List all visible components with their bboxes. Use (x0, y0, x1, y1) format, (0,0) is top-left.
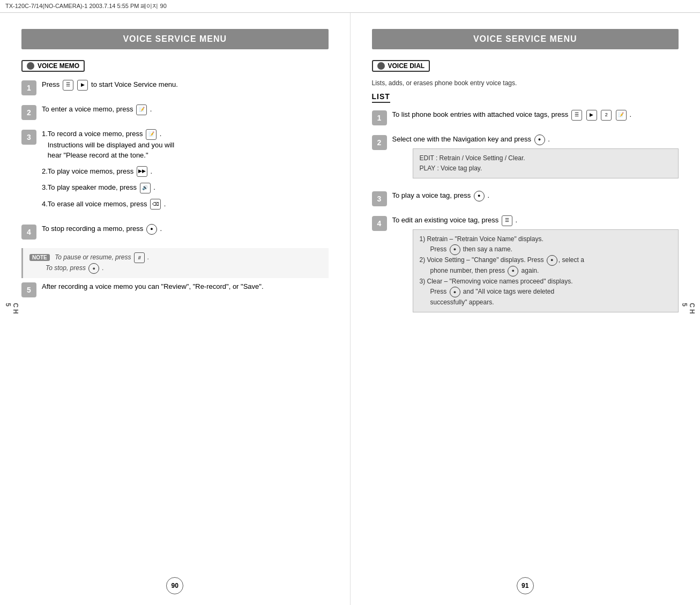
abc-icon-r1: 2 (601, 110, 612, 121)
stop-icon: ● (88, 263, 99, 274)
voice-dial-badge: VOICE DIAL (372, 60, 430, 72)
right-step-number-1: 1 (372, 110, 387, 125)
right-step-4: 4 To edit an existing voice tag, press ☰… (372, 215, 679, 316)
step-number-5: 5 (21, 282, 36, 297)
info-retrain-2: Press ● then say a name. (420, 245, 512, 253)
ok-icon-info4: ● (450, 287, 460, 297)
voice-memo-label: VOICE MEMO (38, 62, 79, 70)
right-step-1-content: To list phone book entries with attached… (392, 109, 679, 121)
speaker-icon: 🔊 (140, 183, 151, 193)
step-5-content: After recording a voice memo you can "Re… (42, 281, 329, 292)
info-retrain: 1) Retrain – "Retrain Voice Name" displa… (420, 235, 543, 243)
left-step-5: 5 After recording a voice memo you can "… (21, 281, 329, 297)
right-step-2-content: Select one with the Navigation key and p… (392, 134, 679, 182)
note-line-1: To pause or resume, press ⏸ . (55, 253, 149, 261)
step-1-content: Press ☰ ▶ to start Voice Service menu. (42, 79, 329, 91)
left-step-3: 3 1.To record a voice memo, press 📝 . In… (21, 129, 329, 215)
memo-icon-1: 📝 (136, 104, 147, 115)
info-box-4: 1) Retrain – "Retrain Voice Name" displa… (413, 229, 679, 313)
top-bar-text: TX-120C-7/14(NO-CAMERA)-1 2003.7.14 5:55… (5, 3, 167, 9)
right-step-4-content: To edit an existing voice tag, press ☰ .… (392, 215, 679, 316)
left-step-4: 4 To stop recording a memo, press ● . (21, 223, 329, 240)
info-line-edit: EDIT : Retrain / Voice Setting / Clear. (420, 154, 525, 162)
sub-step-3-1: 1.To record a voice memo, press 📝 . Inst… (42, 129, 329, 161)
play-icon: ▶▶ (137, 166, 147, 177)
left-step-2: 2 To enter a voice memo, press 📝 . (21, 104, 329, 120)
info-clear-2: Press ● and "All voice tags were deleted (420, 288, 555, 295)
left-page: CH5 VOICE SERVICE MENU VOICE MEMO 1 Pres… (0, 13, 351, 605)
info-box-2: EDIT : Retrain / Voice Setting / Clear. … (413, 148, 679, 178)
step-3-content: 1.To record a voice memo, press 📝 . Inst… (42, 129, 329, 215)
voice-dial-subtitle: Lists, adds, or erases phone book entry … (372, 79, 679, 87)
record-icon: 📝 (146, 129, 157, 140)
ok-icon-info2: ● (547, 255, 557, 266)
left-page-number: 90 (166, 577, 183, 594)
ok-circle-icon-r2: ● (534, 135, 545, 145)
sub-step-3-3: 3.To play speaker mode, press 🔊 . (42, 182, 329, 193)
info-line-play: PLAY : Voice tag play. (420, 165, 482, 172)
badge-dot-right (377, 62, 385, 70)
ok-icon-1: ▶ (77, 80, 88, 91)
step-2-content: To enter a voice memo, press 📝 . (42, 104, 329, 115)
list-label: LIST (372, 92, 390, 103)
step-number-2: 2 (21, 105, 36, 120)
badge-dot (27, 62, 34, 70)
ch-label-right: CH5 (681, 303, 696, 315)
step-number-1: 1 (21, 80, 36, 95)
info-clear-3: successfully" appears. (420, 298, 494, 306)
sub-step-3-4: 4.To erase all voice memos, press ⌫ . (42, 199, 329, 210)
voice-dial-label: VOICE DIAL (388, 62, 425, 70)
top-bar: TX-120C-7/14(NO-CAMERA)-1 2003.7.14 5:55… (0, 0, 700, 13)
right-step-number-2: 2 (372, 135, 387, 150)
left-step-1: 1 Press ☰ ▶ to start Voice Service menu. (21, 79, 329, 95)
sub-step-3-2: 2.To play voice memos, press ▶▶ . (42, 166, 329, 177)
voice-memo-badge: VOICE MEMO (21, 60, 85, 72)
note-line-2: To stop, press ● . (44, 264, 104, 272)
pause-icon: ⏸ (134, 252, 145, 263)
ch-label-left: CH5 (4, 303, 19, 315)
right-page-number: 91 (517, 577, 534, 594)
info-clear: 3) Clear – "Removing voice names proceed… (420, 278, 573, 285)
info-voicesetting: 2) Voice Setting – "Change" displays. Pr… (420, 256, 584, 264)
right-page-header: VOICE SERVICE MENU (372, 29, 679, 49)
ok-circle-icon-1: ● (146, 224, 157, 235)
step-4-content: To stop recording a memo, press ● . (42, 223, 329, 235)
menu-icon-1: ☰ (63, 80, 73, 91)
menu-icon-r4: ☰ (502, 215, 512, 226)
ok-circle-icon-r3: ● (474, 191, 485, 201)
right-step-3-content: To play a voice tag, press ● . (392, 190, 679, 201)
note-box: NOTE To pause or resume, press ⏸ . To st… (21, 248, 329, 278)
step-number-3: 3 (21, 130, 36, 145)
ok-icon-r1: ▶ (586, 110, 597, 121)
left-page-header: VOICE SERVICE MENU (21, 29, 329, 49)
info-voicesetting-2: phone number, then press ● again. (420, 267, 539, 274)
right-step-1: 1 To list phone book entries with attach… (372, 109, 679, 125)
ok-icon-info3: ● (508, 266, 518, 277)
memo-icon-r1: 📝 (616, 110, 627, 121)
ok-icon-info1: ● (450, 244, 460, 255)
note-label: NOTE (29, 254, 50, 261)
right-step-number-3: 3 (372, 191, 387, 206)
right-step-3: 3 To play a voice tag, press ● . (372, 190, 679, 206)
right-step-2: 2 Select one with the Navigation key and… (372, 134, 679, 182)
right-step-number-4: 4 (372, 216, 387, 231)
erase-icon: ⌫ (150, 199, 161, 210)
step-number-4: 4 (21, 225, 36, 240)
menu-icon-r1: ☰ (571, 110, 582, 121)
right-page: CH5 VOICE SERVICE MENU VOICE DIAL Lists,… (351, 13, 701, 605)
